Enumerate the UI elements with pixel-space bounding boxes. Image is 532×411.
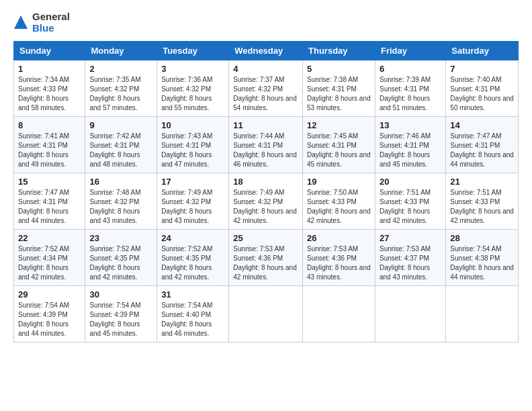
day-number: 16 bbox=[89, 177, 152, 187]
calendar-cell: 16Sunrise: 7:48 AMSunset: 4:32 PMDayligh… bbox=[85, 173, 157, 229]
day-number: 18 bbox=[233, 177, 298, 187]
day-number: 26 bbox=[307, 233, 371, 243]
day-number: 11 bbox=[233, 120, 298, 130]
calendar-cell: 15Sunrise: 7:47 AMSunset: 4:31 PMDayligh… bbox=[14, 173, 85, 229]
calendar-cell: 28Sunrise: 7:54 AMSunset: 4:38 PMDayligh… bbox=[446, 229, 519, 285]
day-number: 3 bbox=[161, 64, 224, 74]
weekday-header: Thursday bbox=[303, 41, 375, 60]
day-number: 21 bbox=[450, 177, 514, 187]
calendar-cell: 20Sunrise: 7:51 AMSunset: 4:33 PMDayligh… bbox=[375, 173, 445, 229]
day-info: Sunrise: 7:40 AMSunset: 4:31 PMDaylight:… bbox=[450, 75, 514, 113]
day-info: Sunrise: 7:53 AMSunset: 4:36 PMDaylight:… bbox=[307, 244, 371, 282]
logo: General Blue bbox=[13, 11, 70, 34]
day-info: Sunrise: 7:35 AMSunset: 4:32 PMDaylight:… bbox=[89, 75, 152, 113]
day-info: Sunrise: 7:43 AMSunset: 4:31 PMDaylight:… bbox=[161, 132, 224, 169]
weekday-header: Friday bbox=[375, 41, 445, 60]
day-info: Sunrise: 7:51 AMSunset: 4:33 PMDaylight:… bbox=[380, 188, 441, 226]
calendar-cell: 19Sunrise: 7:50 AMSunset: 4:33 PMDayligh… bbox=[303, 173, 375, 229]
day-number: 12 bbox=[307, 120, 371, 130]
day-number: 6 bbox=[380, 64, 441, 74]
day-info: Sunrise: 7:54 AMSunset: 4:39 PMDaylight:… bbox=[89, 301, 152, 338]
day-info: Sunrise: 7:36 AMSunset: 4:32 PMDaylight:… bbox=[161, 75, 224, 113]
calendar-week-row: 1Sunrise: 7:34 AMSunset: 4:33 PMDaylight… bbox=[14, 60, 519, 116]
day-info: Sunrise: 7:38 AMSunset: 4:31 PMDaylight:… bbox=[307, 75, 371, 113]
weekday-header: Sunday bbox=[14, 41, 85, 60]
svg-marker-0 bbox=[14, 15, 28, 29]
calendar-cell: 8Sunrise: 7:41 AMSunset: 4:31 PMDaylight… bbox=[14, 116, 85, 173]
day-number: 14 bbox=[450, 120, 514, 130]
calendar-week-row: 29Sunrise: 7:54 AMSunset: 4:39 PMDayligh… bbox=[14, 285, 519, 342]
day-number: 8 bbox=[18, 120, 81, 130]
calendar-cell bbox=[446, 285, 519, 342]
day-number: 2 bbox=[89, 64, 152, 74]
day-info: Sunrise: 7:54 AMSunset: 4:39 PMDaylight:… bbox=[18, 301, 81, 338]
day-number: 30 bbox=[89, 289, 152, 300]
calendar-cell: 10Sunrise: 7:43 AMSunset: 4:31 PMDayligh… bbox=[157, 116, 229, 173]
day-number: 20 bbox=[380, 177, 441, 187]
calendar-cell: 7Sunrise: 7:40 AMSunset: 4:31 PMDaylight… bbox=[446, 60, 519, 116]
day-number: 22 bbox=[18, 233, 81, 243]
weekday-header: Monday bbox=[85, 41, 157, 60]
day-number: 27 bbox=[380, 233, 441, 243]
header-row: General Blue bbox=[13, 11, 519, 34]
day-number: 31 bbox=[161, 289, 224, 300]
calendar-cell: 1Sunrise: 7:34 AMSunset: 4:33 PMDaylight… bbox=[14, 60, 85, 116]
day-info: Sunrise: 7:39 AMSunset: 4:31 PMDaylight:… bbox=[380, 75, 441, 113]
day-number: 29 bbox=[18, 289, 81, 300]
calendar-cell: 4Sunrise: 7:37 AMSunset: 4:32 PMDaylight… bbox=[229, 60, 303, 116]
calendar-cell: 6Sunrise: 7:39 AMSunset: 4:31 PMDaylight… bbox=[375, 60, 445, 116]
day-info: Sunrise: 7:49 AMSunset: 4:32 PMDaylight:… bbox=[161, 188, 224, 226]
calendar-cell: 14Sunrise: 7:47 AMSunset: 4:31 PMDayligh… bbox=[446, 116, 519, 173]
calendar-cell: 30Sunrise: 7:54 AMSunset: 4:39 PMDayligh… bbox=[85, 285, 157, 342]
day-info: Sunrise: 7:48 AMSunset: 4:32 PMDaylight:… bbox=[89, 188, 152, 226]
calendar-cell: 29Sunrise: 7:54 AMSunset: 4:39 PMDayligh… bbox=[14, 285, 85, 342]
day-info: Sunrise: 7:52 AMSunset: 4:35 PMDaylight:… bbox=[89, 244, 152, 282]
calendar-cell: 25Sunrise: 7:53 AMSunset: 4:36 PMDayligh… bbox=[229, 229, 303, 285]
weekday-header: Saturday bbox=[446, 41, 519, 60]
day-info: Sunrise: 7:44 AMSunset: 4:31 PMDaylight:… bbox=[233, 132, 298, 169]
day-info: Sunrise: 7:46 AMSunset: 4:31 PMDaylight:… bbox=[380, 132, 441, 169]
calendar-cell: 9Sunrise: 7:42 AMSunset: 4:31 PMDaylight… bbox=[85, 116, 157, 173]
calendar-cell bbox=[229, 285, 303, 342]
day-info: Sunrise: 7:37 AMSunset: 4:32 PMDaylight:… bbox=[233, 75, 298, 113]
day-number: 23 bbox=[89, 233, 152, 243]
day-number: 9 bbox=[89, 120, 152, 130]
day-number: 4 bbox=[233, 64, 298, 74]
day-info: Sunrise: 7:53 AMSunset: 4:37 PMDaylight:… bbox=[380, 244, 441, 282]
logo-line1: General bbox=[32, 11, 70, 22]
day-info: Sunrise: 7:47 AMSunset: 4:31 PMDaylight:… bbox=[450, 132, 514, 169]
day-info: Sunrise: 7:52 AMSunset: 4:35 PMDaylight:… bbox=[161, 244, 224, 282]
day-info: Sunrise: 7:54 AMSunset: 4:40 PMDaylight:… bbox=[161, 301, 224, 338]
day-info: Sunrise: 7:47 AMSunset: 4:31 PMDaylight:… bbox=[18, 188, 81, 226]
day-number: 17 bbox=[161, 177, 224, 187]
weekday-header: Tuesday bbox=[157, 41, 229, 60]
calendar-week-row: 8Sunrise: 7:41 AMSunset: 4:31 PMDaylight… bbox=[14, 116, 519, 173]
day-number: 28 bbox=[450, 233, 514, 243]
day-number: 10 bbox=[161, 120, 224, 130]
calendar-cell: 13Sunrise: 7:46 AMSunset: 4:31 PMDayligh… bbox=[375, 116, 445, 173]
calendar-cell: 22Sunrise: 7:52 AMSunset: 4:34 PMDayligh… bbox=[14, 229, 85, 285]
logo-triangle-icon bbox=[13, 15, 28, 30]
calendar-week-row: 22Sunrise: 7:52 AMSunset: 4:34 PMDayligh… bbox=[14, 229, 519, 285]
day-number: 19 bbox=[307, 177, 371, 187]
day-number: 25 bbox=[233, 233, 298, 243]
calendar-cell: 3Sunrise: 7:36 AMSunset: 4:32 PMDaylight… bbox=[157, 60, 229, 116]
calendar-cell: 2Sunrise: 7:35 AMSunset: 4:32 PMDaylight… bbox=[85, 60, 157, 116]
day-info: Sunrise: 7:41 AMSunset: 4:31 PMDaylight:… bbox=[18, 132, 81, 169]
day-number: 15 bbox=[18, 177, 81, 187]
logo-line2: Blue bbox=[32, 22, 70, 34]
calendar-cell: 24Sunrise: 7:52 AMSunset: 4:35 PMDayligh… bbox=[157, 229, 229, 285]
calendar-cell: 5Sunrise: 7:38 AMSunset: 4:31 PMDaylight… bbox=[303, 60, 375, 116]
day-info: Sunrise: 7:42 AMSunset: 4:31 PMDaylight:… bbox=[89, 132, 152, 169]
day-info: Sunrise: 7:51 AMSunset: 4:33 PMDaylight:… bbox=[450, 188, 514, 226]
day-info: Sunrise: 7:34 AMSunset: 4:33 PMDaylight:… bbox=[18, 75, 81, 113]
calendar-table: SundayMondayTuesdayWednesdayThursdayFrid… bbox=[13, 41, 519, 342]
calendar-cell bbox=[375, 285, 445, 342]
day-number: 5 bbox=[307, 64, 371, 74]
calendar-cell: 18Sunrise: 7:49 AMSunset: 4:32 PMDayligh… bbox=[229, 173, 303, 229]
weekday-header: Wednesday bbox=[229, 41, 303, 60]
day-number: 7 bbox=[450, 64, 514, 74]
calendar-cell: 23Sunrise: 7:52 AMSunset: 4:35 PMDayligh… bbox=[85, 229, 157, 285]
calendar-cell: 26Sunrise: 7:53 AMSunset: 4:36 PMDayligh… bbox=[303, 229, 375, 285]
calendar-cell bbox=[303, 285, 375, 342]
